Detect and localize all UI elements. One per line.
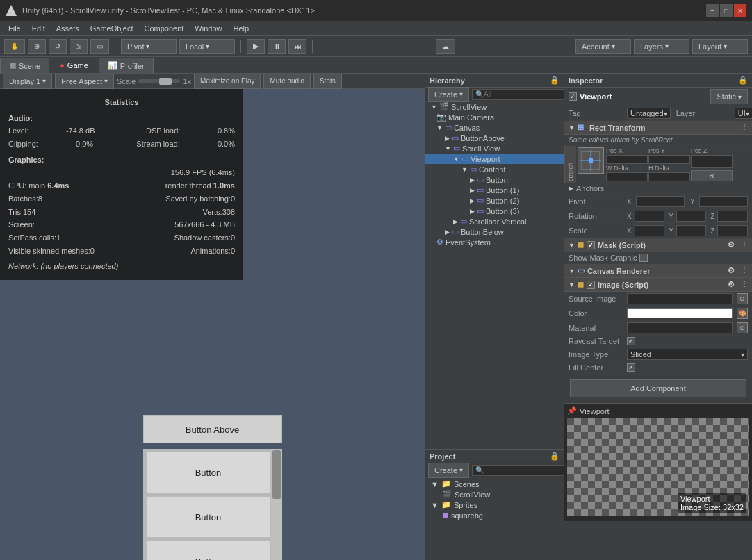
rect-tool-button[interactable]: ▭ (90, 39, 109, 54)
hier-item-scrollbar[interactable]: ▶ ▭ Scrollbar Vertical (425, 216, 564, 227)
stats-button[interactable]: Stats (313, 74, 342, 89)
anchor-diagram[interactable] (578, 147, 604, 174)
rotation-z-input[interactable]: 0 (717, 211, 748, 222)
hier-item-button2[interactable]: ▶ ▭ Button (1) (425, 185, 564, 195)
color-picker-button[interactable]: 🎨 (737, 308, 748, 319)
h-delta-input[interactable]: 0 (648, 172, 690, 181)
menu-component[interactable]: Component (138, 23, 189, 34)
hierarchy-search-input[interactable] (472, 89, 567, 100)
source-image-select-button[interactable]: ⊙ (737, 293, 748, 304)
proj-item-sprites[interactable]: ▼ 📁 Sprites (428, 500, 561, 510)
tab-profiler[interactable]: 📊 Profiler (99, 58, 154, 73)
menu-window[interactable]: Window (189, 23, 227, 34)
material-select-button[interactable]: ⊙ (737, 322, 748, 333)
menu-file[interactable]: File (3, 23, 26, 34)
layer-dropdown[interactable]: UI▾ (735, 108, 752, 119)
layers-dropdown[interactable]: Layers ▾ (634, 39, 689, 54)
hier-item-eventsystem[interactable]: ⚙ EventSystem (425, 237, 564, 247)
pivot-x-input[interactable]: 0 (636, 196, 685, 207)
mask-more-icon[interactable]: ⋮ (740, 240, 748, 249)
rect-transform-header[interactable]: ▼ ⊞ Rect Transform ⋮ (564, 121, 752, 135)
canvas-renderer-settings-icon[interactable]: ⚙ (728, 266, 735, 275)
button-above[interactable]: Button Above (143, 415, 282, 443)
menu-edit[interactable]: Edit (26, 23, 51, 34)
pause-button[interactable]: ⏸ (268, 39, 286, 54)
rotation-y-input[interactable]: 0 (676, 211, 707, 222)
mask-header[interactable]: ▼ ◼ Mask (Script) ⚙ ⋮ (564, 238, 752, 252)
proj-item-scenes[interactable]: ▼ 📁 Scenes (428, 479, 561, 489)
rotate-tool-button[interactable]: ↺ (49, 39, 67, 54)
layout-dropdown[interactable]: Layout ▾ (692, 39, 748, 54)
fill-center-checkbox[interactable] (627, 363, 635, 372)
tag-dropdown[interactable]: Untagged▾ (627, 108, 671, 119)
hand-tool-button[interactable]: ✋ (4, 39, 25, 54)
maximize-play-button[interactable]: Maximize on Play (194, 74, 261, 89)
close-button[interactable]: ✕ (734, 4, 746, 17)
pivot-y-input[interactable]: 1 (699, 196, 748, 207)
static-dropdown[interactable]: Static ▾ (710, 89, 748, 104)
account-dropdown[interactable]: Account ▾ (575, 39, 631, 54)
rotation-x-input[interactable]: 0 (635, 211, 665, 222)
color-swatch[interactable] (627, 308, 733, 318)
image-more-icon[interactable]: ⋮ (740, 280, 748, 289)
hierarchy-lock-icon[interactable]: 🔒 (550, 76, 559, 85)
scrollbar-track[interactable] (271, 449, 282, 560)
scale-x-input[interactable]: 1 (635, 225, 665, 236)
global-button[interactable]: Local▾ (179, 39, 235, 54)
scale-thumb[interactable] (159, 78, 172, 85)
scroll-button-1[interactable]: Button (146, 452, 271, 493)
image-enabled-checkbox[interactable] (587, 281, 595, 289)
tab-scene[interactable]: ▤ Scene (0, 58, 49, 73)
project-create-button[interactable]: Create ▾ (428, 463, 469, 478)
material-input[interactable]: None (Material) (627, 322, 733, 333)
pos-z-input[interactable]: 0 (691, 155, 733, 168)
canvas-renderer-more-icon[interactable]: ⋮ (740, 266, 748, 275)
canvas-renderer-header[interactable]: ▼ ▭ Canvas Renderer ⚙ ⋮ (564, 264, 752, 278)
proj-item-squarebg[interactable]: ◼ squarebg (428, 510, 561, 520)
hier-item-canvas[interactable]: ▼ ▭ Canvas (425, 122, 564, 133)
scale-y-input[interactable]: 1 (676, 225, 707, 236)
step-button[interactable]: ⏭ (288, 39, 306, 54)
r-button[interactable]: R (691, 170, 733, 181)
show-mask-checkbox[interactable] (639, 254, 648, 262)
scroll-button-2[interactable]: Button (146, 496, 271, 538)
display-dropdown[interactable]: Display 1 ▾ (3, 74, 52, 89)
mask-settings-icon[interactable]: ⚙ (728, 240, 735, 249)
project-lock-icon[interactable]: 🔒 (550, 452, 559, 461)
hier-item-buttonabove[interactable]: ▶ ▭ ButtonAbove (425, 133, 564, 143)
scale-z-input[interactable]: 1 (717, 225, 748, 236)
hier-item-viewport[interactable]: ▼ ▭ Viewport (425, 154, 564, 164)
hier-item-maincamera[interactable]: 📷 Main Camera (425, 112, 564, 122)
image-settings-icon[interactable]: ⚙ (728, 280, 735, 289)
move-tool-button[interactable]: ⊕ (28, 39, 46, 54)
hier-item-button4[interactable]: ▶ ▭ Button (3) (425, 206, 564, 216)
cloud-button[interactable]: ☁ (436, 39, 455, 54)
add-component-button[interactable]: Add Component (570, 379, 746, 397)
proj-item-scrollview[interactable]: 🎬 ScrollView (428, 489, 561, 500)
hierarchy-create-button[interactable]: Create ▾ (428, 87, 469, 102)
play-button[interactable]: ▶ (247, 39, 265, 54)
image-header[interactable]: ▼ ◼ Image (Script) ⚙ ⋮ (564, 278, 752, 292)
scale-slider[interactable] (138, 79, 180, 83)
pos-y-input[interactable]: 0 (648, 155, 690, 164)
scrollbar-thumb[interactable] (272, 450, 281, 499)
hier-item-scrollview[interactable]: ▼ 🎬 ScrollView (425, 101, 564, 112)
scroll-button-3[interactable]: Button (146, 541, 271, 560)
inspector-lock-icon[interactable]: 🔒 (738, 76, 748, 85)
minimize-button[interactable]: − (706, 4, 719, 17)
pos-x-input[interactable]: 0 (606, 155, 648, 164)
scale-tool-button[interactable]: ⇲ (70, 39, 88, 54)
project-search-input[interactable] (472, 465, 567, 476)
image-type-dropdown[interactable]: Sliced▾ (627, 349, 748, 360)
viewport-enabled-checkbox[interactable] (569, 92, 577, 101)
raycast-checkbox[interactable] (627, 337, 635, 345)
aspect-dropdown[interactable]: Free Aspect ▾ (55, 74, 114, 89)
menu-help[interactable]: Help (227, 23, 254, 34)
menu-gameobject[interactable]: GameObject (85, 23, 139, 34)
hier-item-button3[interactable]: ▶ ▭ Button (2) (425, 195, 564, 206)
rect-transform-options[interactable]: ⋮ (740, 123, 748, 132)
tab-game[interactable]: ● Game (51, 58, 97, 73)
hier-item-scrollview2[interactable]: ▼ ▭ Scroll View (425, 143, 564, 154)
mute-audio-button[interactable]: Mute audio (263, 74, 310, 89)
maximize-button[interactable]: □ (720, 4, 733, 17)
